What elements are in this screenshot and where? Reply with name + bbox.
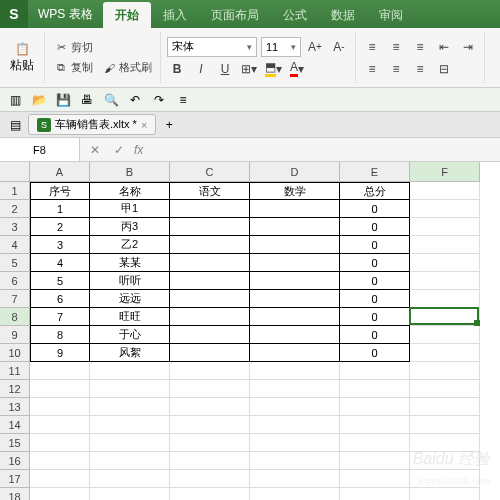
cell[interactable] bbox=[250, 290, 340, 308]
cell[interactable] bbox=[250, 380, 340, 398]
cell[interactable]: 0 bbox=[340, 200, 410, 218]
cell[interactable] bbox=[410, 416, 480, 434]
cell[interactable] bbox=[30, 362, 90, 380]
cell[interactable]: 乙2 bbox=[90, 236, 170, 254]
row-header[interactable]: 9 bbox=[0, 326, 30, 344]
cell[interactable]: 7 bbox=[30, 308, 90, 326]
row-header[interactable]: 15 bbox=[0, 434, 30, 452]
cell[interactable]: 某某 bbox=[90, 254, 170, 272]
cell[interactable] bbox=[30, 380, 90, 398]
cell[interactable]: 听听 bbox=[90, 272, 170, 290]
cell[interactable]: 总分 bbox=[340, 182, 410, 200]
cell[interactable] bbox=[250, 254, 340, 272]
paste-button[interactable]: 📋 粘贴 bbox=[6, 39, 38, 76]
row-header[interactable]: 11 bbox=[0, 362, 30, 380]
format-painter-button[interactable]: 🖌格式刷 bbox=[99, 59, 154, 77]
cell[interactable] bbox=[250, 470, 340, 488]
cell[interactable] bbox=[410, 182, 480, 200]
cell[interactable]: 远远 bbox=[90, 290, 170, 308]
menu-tab-2[interactable]: 页面布局 bbox=[199, 2, 271, 28]
font-color-button[interactable]: A▾ bbox=[287, 59, 307, 79]
decrease-font-button[interactable]: A- bbox=[329, 37, 349, 57]
menu-tab-5[interactable]: 审阅 bbox=[367, 2, 415, 28]
cell[interactable] bbox=[170, 398, 250, 416]
more-button[interactable]: ≡ bbox=[174, 91, 192, 109]
cell[interactable] bbox=[170, 362, 250, 380]
cell[interactable] bbox=[30, 452, 90, 470]
cell[interactable] bbox=[340, 488, 410, 500]
cell[interactable] bbox=[30, 470, 90, 488]
cell[interactable] bbox=[170, 488, 250, 500]
cell[interactable]: 于心 bbox=[90, 326, 170, 344]
confirm-icon[interactable]: ✓ bbox=[110, 141, 128, 159]
row-header[interactable]: 6 bbox=[0, 272, 30, 290]
cell[interactable] bbox=[410, 362, 480, 380]
menu-tab-0[interactable]: 开始 bbox=[103, 2, 151, 28]
row-header[interactable]: 5 bbox=[0, 254, 30, 272]
cell[interactable] bbox=[340, 470, 410, 488]
cell[interactable] bbox=[90, 380, 170, 398]
cell[interactable] bbox=[410, 344, 480, 362]
row-header[interactable]: 4 bbox=[0, 236, 30, 254]
column-header[interactable]: E bbox=[340, 162, 410, 182]
row-header[interactable]: 1 bbox=[0, 182, 30, 200]
italic-button[interactable]: I bbox=[191, 59, 211, 79]
cell[interactable] bbox=[410, 254, 480, 272]
cell[interactable] bbox=[250, 326, 340, 344]
cell[interactable] bbox=[30, 398, 90, 416]
cell[interactable]: 语文 bbox=[170, 182, 250, 200]
cell[interactable] bbox=[340, 398, 410, 416]
cell[interactable] bbox=[30, 488, 90, 500]
cell[interactable]: 8 bbox=[30, 326, 90, 344]
row-header[interactable]: 3 bbox=[0, 218, 30, 236]
cell[interactable] bbox=[170, 434, 250, 452]
cell[interactable] bbox=[250, 434, 340, 452]
menu-tab-3[interactable]: 公式 bbox=[271, 2, 319, 28]
cell[interactable] bbox=[250, 218, 340, 236]
cell[interactable] bbox=[340, 362, 410, 380]
cell[interactable] bbox=[410, 218, 480, 236]
align-bottom-button[interactable]: ≡ bbox=[410, 37, 430, 57]
cell[interactable] bbox=[340, 452, 410, 470]
underline-button[interactable]: U bbox=[215, 59, 235, 79]
cell[interactable] bbox=[340, 380, 410, 398]
fill-color-button[interactable]: ⬒▾ bbox=[263, 59, 283, 79]
cell[interactable]: 甲1 bbox=[90, 200, 170, 218]
cell[interactable] bbox=[170, 200, 250, 218]
cell[interactable] bbox=[410, 398, 480, 416]
cell[interactable] bbox=[170, 326, 250, 344]
tab-list-button[interactable]: ▤ bbox=[6, 116, 24, 134]
cell[interactable]: 序号 bbox=[30, 182, 90, 200]
cell[interactable] bbox=[170, 254, 250, 272]
align-right-button[interactable]: ≡ bbox=[410, 59, 430, 79]
select-all-corner[interactable] bbox=[0, 162, 30, 182]
menu-tab-4[interactable]: 数据 bbox=[319, 2, 367, 28]
merge-cells-button[interactable]: ⊟ bbox=[434, 59, 454, 79]
cell[interactable] bbox=[170, 218, 250, 236]
cell[interactable] bbox=[410, 326, 480, 344]
open-button[interactable]: 📂 bbox=[30, 91, 48, 109]
cell[interactable] bbox=[30, 416, 90, 434]
cell[interactable]: 5 bbox=[30, 272, 90, 290]
cell[interactable]: 名称 bbox=[90, 182, 170, 200]
column-header[interactable]: D bbox=[250, 162, 340, 182]
cell[interactable] bbox=[30, 434, 90, 452]
cell[interactable] bbox=[170, 380, 250, 398]
cell[interactable]: 0 bbox=[340, 254, 410, 272]
cell[interactable] bbox=[250, 488, 340, 500]
name-box[interactable]: F8 bbox=[0, 138, 80, 161]
cell[interactable]: 0 bbox=[340, 272, 410, 290]
cell[interactable]: 4 bbox=[30, 254, 90, 272]
cell[interactable] bbox=[170, 308, 250, 326]
align-top-button[interactable]: ≡ bbox=[362, 37, 382, 57]
cell[interactable]: 1 bbox=[30, 200, 90, 218]
cell[interactable]: 0 bbox=[340, 326, 410, 344]
cell[interactable] bbox=[410, 308, 480, 326]
cell[interactable] bbox=[90, 362, 170, 380]
undo-button[interactable]: ↶ bbox=[126, 91, 144, 109]
cell[interactable] bbox=[250, 236, 340, 254]
row-header[interactable]: 2 bbox=[0, 200, 30, 218]
cell[interactable] bbox=[250, 344, 340, 362]
cell[interactable]: 2 bbox=[30, 218, 90, 236]
cell[interactable] bbox=[250, 272, 340, 290]
